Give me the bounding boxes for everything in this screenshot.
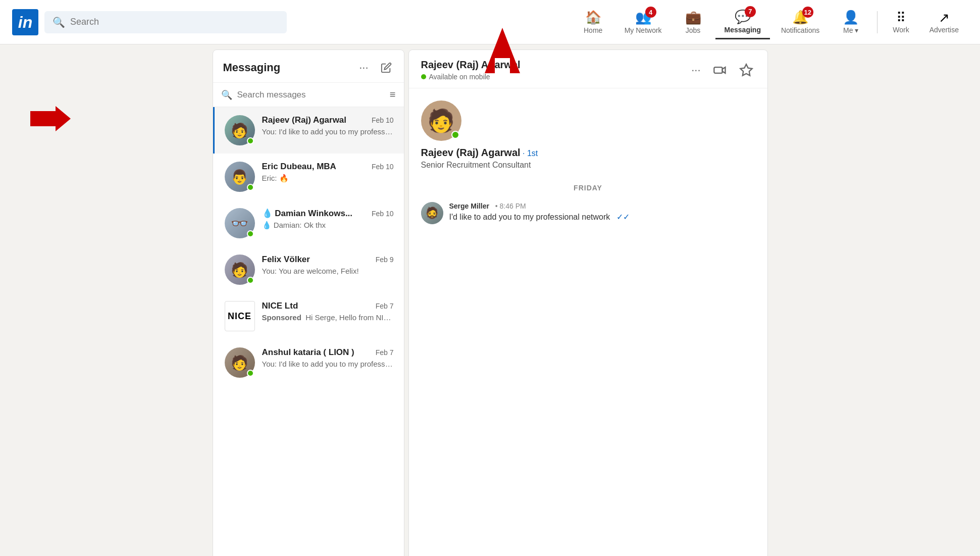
filter-icon[interactable]: ≡ [390,89,396,100]
nav-item-work[interactable]: ⠿ Work [884,6,918,38]
sidebar-header-actions: ··· [357,59,393,76]
nav-item-me[interactable]: 👤 Me ▾ [831,6,871,38]
status-dot [421,74,426,79]
conv-item-nice[interactable]: NICE NICE Ltd Feb 7 Sponsored Hi Serge, … [213,293,404,339]
chat-header-left: Rajeev (Raj) Agarwal Available on mobile [421,59,521,81]
home-icon: 🏠 [585,10,601,25]
nav-item-jobs[interactable]: 💼 Jobs [673,6,713,38]
navbar-right: 🏠 Home 👥 4 My Network 💼 Jobs 💬 7 [573,5,968,39]
chat-profile-name-row: Rajeev (Raj) Agarwal · 1st [421,147,538,159]
video-call-button[interactable] [711,61,729,79]
nav-item-home[interactable]: 🏠 Home [573,6,613,38]
nav-item-notifications[interactable]: 🔔 12 Notifications [772,6,829,38]
message-row-0: 🧔 Serge Miller • 8:46 PM I'd like to add… [421,202,755,224]
conv-avatar-felix: 🧑 [225,255,255,285]
notifications-icon: 🔔 12 [792,10,808,25]
conv-preview-eric: Eric: 🔥 [262,174,394,183]
conv-top-eric: Eric Dubeau, MBA Feb 10 [262,162,394,172]
nav-label-me: Me ▾ [843,26,858,34]
conv-avatar-eric: 👨 [225,162,255,192]
conv-name-anshul: Anshul kataria ( LION ) [262,347,354,358]
msg-sender-0: Serge Miller [449,202,489,210]
conv-item-rajeev[interactable]: 🧑 Rajeev (Raj) Agarwal Feb 10 You: I'd l… [213,107,404,154]
navbar: in 🔍 🏠 Home 👥 4 My Network [0,0,980,44]
chat-area: Rajeev (Raj) Agarwal Available on mobile… [408,49,768,556]
sidebar-more-button[interactable]: ··· [357,59,370,76]
conv-item-eric[interactable]: 👨 Eric Dubeau, MBA Feb 10 Eric: 🔥 [213,154,404,200]
conv-preview-felix: You: You are welcome, Felix! [262,267,394,275]
red-arrow-left [30,106,71,133]
main-content: Messaging ··· 🔍 ≡ [213,49,768,556]
conv-item-damian[interactable]: 👓 💧 Damian Winkows... Feb 10 💧 Damian: O… [213,200,404,246]
nav-label-advertise: Advertise [930,26,959,34]
conv-name-felix: Felix Völker [262,255,310,265]
conv-preview-rajeev: You: I'd like to add you to my professio… [262,127,394,136]
svg-marker-0 [30,106,71,131]
conv-item-anshul[interactable]: 🧑 Anshul kataria ( LION ) Feb 7 You: I'd… [213,339,404,386]
messaging-badge: 7 [745,6,756,17]
status-text: Available on mobile [429,73,490,81]
chat-profile-header: 🧑 Rajeev (Raj) Agarwal · 1st Senior Recr… [421,100,755,170]
nav-label-notifications: Notifications [781,26,819,34]
navbar-left: in 🔍 [12,9,287,35]
conv-top-felix: Felix Völker Feb 9 [262,255,394,265]
linkedin-logo[interactable]: in [12,9,38,35]
search-input[interactable] [70,17,279,27]
sidebar-title: Messaging [223,61,281,74]
chat-header-actions: ··· [689,61,755,79]
msg-avatar-serge: 🧔 [421,202,443,224]
notifications-badge: 12 [802,7,813,18]
conv-date-rajeev: Feb 10 [372,116,394,124]
conv-top-damian: 💧 Damian Winkows... Feb 10 [262,208,394,219]
conv-name-nice: NICE Ltd [262,301,298,311]
conv-info-nice: NICE Ltd Feb 7 Sponsored Hi Serge, Hello… [262,301,394,322]
conv-preview-damian: 💧 Damian: Ok thx [262,221,394,230]
messaging-sidebar: Messaging ··· 🔍 ≡ [213,49,404,556]
msg-meta-0: Serge Miller • 8:46 PM [449,202,630,210]
online-dot-anshul [247,370,254,377]
nav-label-home: Home [584,26,602,34]
chat-profile-online-dot [451,131,459,139]
my-network-badge: 4 [645,7,656,18]
nav-label-my-network: My Network [625,26,662,34]
nav-item-advertise[interactable]: ↗ Advertise [920,6,968,38]
conv-date-damian: Feb 10 [372,210,394,218]
search-bar: 🔍 [44,11,287,33]
nav-item-messaging[interactable]: 💬 7 Messaging [715,5,770,39]
chat-profile-avatar: 🧑 [421,100,461,141]
my-network-icon: 👥 4 [635,10,651,25]
search-messages-bar: 🔍 ≡ [213,83,404,107]
conv-avatar-nice: NICE [225,301,255,331]
conv-item-felix[interactable]: 🧑 Felix Völker Feb 9 You: You are welcom… [213,246,404,293]
online-dot-eric [247,184,254,191]
search-messages-input[interactable] [237,90,385,100]
chat-header-status: Available on mobile [421,73,521,81]
online-dot-felix [247,277,254,284]
nav-item-my-network[interactable]: 👥 4 My Network [615,6,671,38]
nav-label-work: Work [893,26,909,34]
chat-body: 🧑 Rajeev (Raj) Agarwal · 1st Senior Recr… [409,88,767,556]
msg-read-check: ✓✓ [616,213,630,221]
conv-top-rajeev: Rajeev (Raj) Agarwal Feb 10 [262,115,394,125]
nav-label-messaging: Messaging [725,26,761,34]
me-icon: 👤 [843,10,859,25]
advertise-icon: ↗ [939,10,950,26]
nice-logo: NICE [225,301,255,331]
conv-date-felix: Feb 9 [376,256,394,264]
online-dot-damian [247,230,254,237]
nav-label-jobs: Jobs [686,26,701,34]
chat-profile-name: Rajeev (Raj) Agarwal [421,147,521,158]
conv-name-rajeev: Rajeev (Raj) Agarwal [262,115,347,125]
work-grid-icon: ⠿ [896,10,906,26]
day-divider: FRIDAY [421,184,755,192]
compose-button[interactable] [379,60,394,75]
conv-info-anshul: Anshul kataria ( LION ) Feb 7 You: I'd l… [262,347,394,368]
conv-date-anshul: Feb 7 [376,348,394,357]
star-button[interactable] [737,61,755,79]
conv-avatar-anshul: 🧑 [225,347,255,378]
msg-text-0: I'd like to add you to my professional n… [449,212,630,222]
conv-info-rajeev: Rajeev (Raj) Agarwal Feb 10 You: I'd lik… [262,115,394,136]
search-messages-icon: 🔍 [221,89,232,100]
chat-more-button[interactable]: ··· [689,62,702,79]
conv-info-felix: Felix Völker Feb 9 You: You are welcome,… [262,255,394,275]
